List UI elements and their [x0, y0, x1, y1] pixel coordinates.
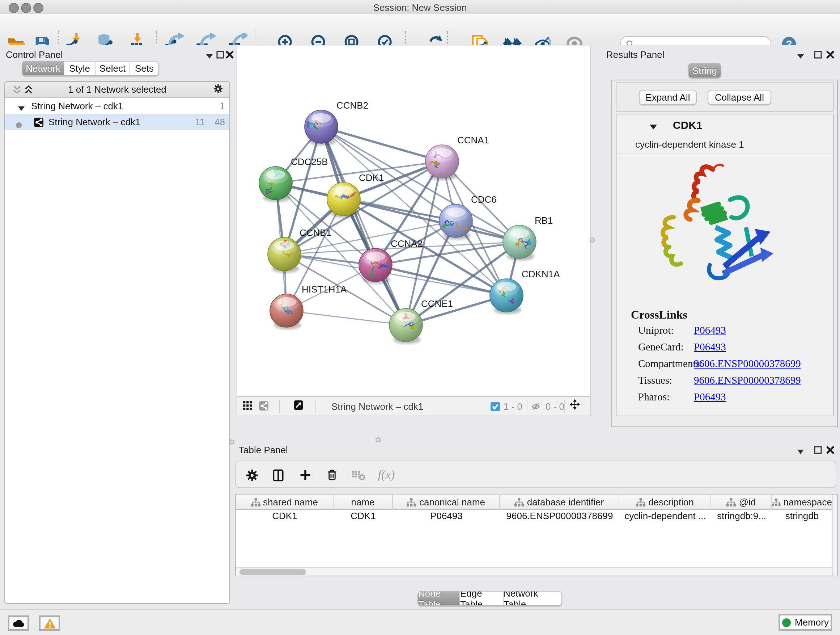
table-panel-menu-icon[interactable]: [796, 447, 805, 456]
control-panel-menu-icon[interactable]: [205, 51, 214, 61]
collection-count: 1: [210, 101, 225, 111]
network-view-toolbar: String Network – cdk1 1 - 0 0 - 0: [237, 396, 591, 416]
column-header-id[interactable]: @id: [711, 494, 772, 510]
column-header-database-identifier[interactable]: database identifier: [500, 494, 619, 510]
network-graph[interactable]: CCNB2CCNA1CDC25BCDK1CDC6RB1CCNB1CCNA2CDK…: [237, 46, 591, 396]
network-node-count: 11: [190, 117, 205, 127]
table-panel-title: Table Panel: [239, 445, 288, 455]
network-row-selected[interactable]: String Network – cdk1 11 48: [5, 114, 229, 130]
network-list-header: 1 of 1 Network selected: [5, 82, 229, 98]
entry-collapse-icon[interactable]: [648, 122, 658, 132]
memory-label: Memory: [795, 617, 829, 628]
tab-network[interactable]: Network: [22, 62, 65, 75]
node-label-HIST1H1A: HIST1H1A: [302, 284, 347, 295]
results-panel-title: Results Panel: [606, 49, 664, 60]
crosslink-label: Compartments:: [638, 358, 703, 370]
hidden-eye-slash-icon[interactable]: [531, 401, 540, 410]
control-panel-tabs: Network Style Select Sets: [22, 61, 159, 76]
column-header-description[interactable]: description: [619, 494, 711, 510]
selected-checkbox-icon[interactable]: [491, 402, 500, 411]
node-label-RB1: RB1: [535, 215, 553, 226]
table-columns-icon[interactable]: [269, 466, 286, 484]
string-network-icon: [34, 117, 43, 127]
entry-description: cyclin-dependent kinase 1: [635, 139, 744, 150]
column-header-shared-name[interactable]: shared name: [236, 494, 333, 510]
expand-all-button[interactable]: Expand All: [639, 90, 697, 105]
node-label-CDKN1A: CDKN1A: [522, 269, 560, 279]
crosslink-label: GeneCard:: [638, 341, 684, 353]
memory-status-icon: [782, 618, 790, 627]
table-fx-icon: f(x): [378, 466, 395, 484]
crosslink-label: Pharos:: [638, 391, 669, 403]
entry-name: CDK1: [673, 119, 703, 131]
entry-description-row: cyclin-dependent kinase 1: [616, 135, 834, 154]
table-row[interactable]: CDK1 CDK1 P06493 9606.ENSP00000378699 cy…: [236, 510, 832, 522]
cell-namespace[interactable]: stringdb: [772, 510, 832, 522]
tab-node-table[interactable]: Node Table: [418, 592, 460, 605]
table-panel-tabs: Node Table Edge Table Network Table: [417, 591, 562, 606]
birdseye-toggle-icon[interactable]: [294, 401, 303, 410]
toolbar-separator: [564, 400, 565, 413]
table-delete-table-icon: [350, 466, 368, 484]
tab-select[interactable]: Select: [95, 62, 130, 75]
scrollbar-thumb[interactable]: [240, 569, 306, 575]
cloud-status-button[interactable]: [8, 616, 29, 631]
crosslinks-title: CrossLinks: [631, 309, 687, 321]
table-panel-close-icon[interactable]: [826, 445, 835, 455]
memory-button[interactable]: Memory: [778, 614, 832, 631]
cell-shared-name[interactable]: CDK1: [236, 510, 333, 522]
network-view[interactable]: CCNB2CCNA1CDC25BCDK1CDC6RB1CCNB1CCNA2CDK…: [237, 46, 591, 416]
crosslink-uniprot-link[interactable]: P06493: [694, 325, 726, 337]
network-list-gear-icon[interactable]: [213, 84, 223, 93]
network-overview-icon[interactable]: [259, 401, 268, 410]
network-list-panel: 1 of 1 Network selected String Network –…: [4, 81, 230, 604]
results-panel-close-icon[interactable]: [826, 50, 835, 59]
collection-expand-icon[interactable]: [17, 103, 26, 113]
control-panel-float-icon[interactable]: [216, 50, 225, 59]
grid-view-icon[interactable]: [243, 401, 253, 410]
main-toolbar: ?: [0, 14, 840, 46]
table-add-column-icon[interactable]: [297, 466, 314, 484]
column-header-namespace[interactable]: namespace: [772, 494, 832, 510]
results-panel-menu-icon[interactable]: [796, 51, 805, 61]
table-panel-float-icon[interactable]: [813, 445, 823, 455]
table-horizontal-scrollbar[interactable]: [236, 567, 832, 576]
control-panel-close-icon[interactable]: [225, 50, 234, 59]
crosslink-genecard-link[interactable]: P06493: [694, 341, 726, 353]
collapse-all-button[interactable]: Collapse All: [707, 90, 771, 105]
table-delete-column-icon[interactable]: [324, 466, 341, 484]
left-splitter-handle[interactable]: [229, 440, 234, 445]
network-bullet-icon: [14, 120, 23, 130]
tab-edge-table[interactable]: Edge Table: [460, 592, 504, 605]
results-panel-float-icon[interactable]: [813, 50, 823, 59]
cell-canonical-name[interactable]: P06493: [393, 510, 500, 522]
cell-name[interactable]: CDK1: [333, 510, 393, 522]
crosslink-tissues-link[interactable]: 9606.ENSP00000378699: [694, 374, 801, 386]
network-collection-row[interactable]: String Network – cdk1 1: [5, 98, 229, 114]
table-vertical-scrollbar[interactable]: [832, 494, 837, 576]
tab-sets[interactable]: Sets: [130, 62, 158, 75]
bottom-splitter-handle[interactable]: [376, 437, 381, 442]
cloud-icon: [12, 618, 25, 628]
table-gear-icon[interactable]: [243, 466, 261, 484]
cell-id[interactable]: stringdb:9...: [711, 510, 772, 522]
crosslink-pharos-link[interactable]: P06493: [694, 391, 726, 403]
table-header: shared name name canonical name database…: [236, 494, 832, 510]
warning-status-button[interactable]: [39, 616, 60, 631]
toolbar-separator: [527, 400, 527, 413]
column-header-canonical-name[interactable]: canonical name: [393, 494, 500, 510]
crosslink-compartments-link[interactable]: 9606.ENSP00000378699: [694, 358, 801, 370]
cell-description[interactable]: cyclin-dependent ...: [619, 510, 711, 522]
result-entry-header[interactable]: CDK1: [616, 114, 834, 136]
cell-database-identifier[interactable]: 9606.ENSP00000378699: [500, 510, 619, 522]
pan-crosshair-icon[interactable]: [570, 400, 579, 409]
column-header-name[interactable]: name: [333, 494, 393, 510]
crosslink-label: Uniprot:: [638, 325, 674, 337]
window-title: Session: New Session: [0, 2, 840, 13]
tab-string[interactable]: String: [689, 64, 721, 78]
control-panel-title: Control Panel: [6, 49, 63, 60]
node-label-CCNE1: CCNE1: [421, 298, 453, 309]
tab-style[interactable]: Style: [65, 62, 95, 75]
right-splitter-handle[interactable]: [590, 238, 595, 242]
tab-network-table[interactable]: Network Table: [504, 592, 561, 605]
